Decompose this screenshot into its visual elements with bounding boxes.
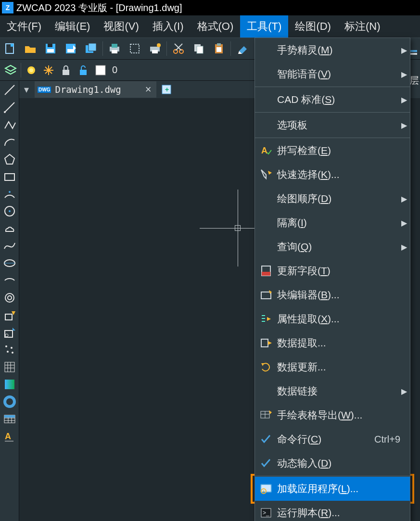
save-all-button[interactable] bbox=[81, 39, 101, 58]
menu-separator bbox=[255, 87, 410, 87]
paste-button[interactable] bbox=[209, 39, 229, 58]
copy-button[interactable] bbox=[189, 39, 208, 58]
layer-on-icon[interactable] bbox=[23, 62, 40, 79]
menu-item-3[interactable]: CAD 标准(S)▶ bbox=[255, 88, 410, 112]
svg-marker-80 bbox=[268, 171, 272, 175]
menu-3[interactable]: 插入(I) bbox=[146, 15, 191, 38]
svg-rect-83 bbox=[261, 292, 271, 299]
field-icon bbox=[255, 264, 277, 278]
print-button[interactable] bbox=[105, 39, 124, 58]
menu-item-1[interactable]: 智能语音(V)▶ bbox=[255, 62, 410, 86]
menu-item-14[interactable]: 属性提取(X)... bbox=[255, 307, 410, 331]
svg-rect-65 bbox=[5, 380, 14, 389]
check-icon bbox=[255, 457, 277, 470]
block-insert-tool[interactable] bbox=[1, 307, 18, 323]
open-file-button[interactable] bbox=[21, 39, 40, 58]
menu-item-8[interactable]: 快速选择(K)... bbox=[255, 163, 410, 187]
svg-rect-60 bbox=[5, 362, 14, 372]
ray-tool[interactable] bbox=[1, 99, 18, 115]
document-tab[interactable]: DWG Drawing1.dwg × bbox=[35, 81, 156, 98]
polyline-tool[interactable] bbox=[1, 116, 18, 133]
region-tool[interactable] bbox=[1, 394, 18, 410]
publish-button[interactable] bbox=[145, 39, 165, 58]
menu-item-7[interactable]: A拼写检查(E) bbox=[255, 139, 410, 163]
polygon-tool[interactable] bbox=[1, 151, 18, 167]
menu-item-13[interactable]: 块编辑器(B)... bbox=[255, 283, 410, 307]
text-tool[interactable]: A bbox=[1, 428, 18, 445]
svg-rect-77 bbox=[409, 50, 417, 52]
print-preview-button[interactable] bbox=[125, 39, 144, 58]
menu-2[interactable]: 视图(V) bbox=[97, 15, 145, 38]
crosshair-pickbox bbox=[235, 225, 241, 231]
menu-0[interactable]: 文件(F) bbox=[0, 15, 48, 38]
svg-rect-15 bbox=[152, 50, 158, 53]
ellipse-tool[interactable] bbox=[1, 255, 18, 271]
svg-point-16 bbox=[157, 43, 161, 47]
menu-1[interactable]: 编辑(E) bbox=[48, 15, 97, 38]
save-as-button[interactable] bbox=[61, 39, 80, 58]
gradient-tool[interactable] bbox=[1, 376, 18, 393]
menu-item-11[interactable]: 查询(Q)▶ bbox=[255, 235, 410, 259]
hatch-tool[interactable] bbox=[1, 359, 18, 375]
menu-item-0[interactable]: 手势精灵(M)▶ bbox=[255, 38, 410, 62]
menu-item-label: 查询(Q) bbox=[277, 240, 398, 254]
submenu-arrow-icon: ▶ bbox=[398, 121, 410, 130]
block-make-tool[interactable] bbox=[1, 324, 18, 341]
menu-5[interactable]: 工具(T) bbox=[240, 15, 288, 38]
menu-6[interactable]: 绘图(D) bbox=[288, 15, 338, 38]
menu-4[interactable]: 格式(O) bbox=[191, 15, 241, 38]
new-tab-button[interactable]: + bbox=[158, 81, 176, 98]
menu-item-19[interactable]: 命令行(C)Ctrl+9 bbox=[255, 427, 410, 451]
rectangle-tool[interactable] bbox=[1, 168, 18, 185]
arc-tool[interactable] bbox=[1, 134, 18, 150]
menu-item-12[interactable]: 更新字段(T) bbox=[255, 259, 410, 283]
menu-shortcut: Ctrl+9 bbox=[374, 434, 400, 445]
menu-item-15[interactable]: 数据提取... bbox=[255, 331, 410, 355]
table-tool[interactable] bbox=[1, 411, 18, 427]
menu-item-20[interactable]: 动态输入(D) bbox=[255, 451, 410, 475]
menu-item-16[interactable]: 数据更新... bbox=[255, 355, 410, 379]
spline-tool[interactable] bbox=[1, 238, 18, 254]
menu-item-22[interactable]: 加载应用程序(L)... bbox=[255, 477, 410, 501]
menu-item-label: 绘图顺序(D) bbox=[277, 192, 398, 205]
svg-point-46 bbox=[9, 210, 11, 212]
svg-point-58 bbox=[7, 351, 9, 353]
menu-item-label: 手绘表格导出(W)... bbox=[277, 408, 410, 422]
layer-unlock-icon[interactable] bbox=[75, 62, 92, 79]
close-tab-icon[interactable]: × bbox=[145, 83, 152, 96]
layer-color-swatch[interactable] bbox=[92, 62, 109, 79]
svg-point-66 bbox=[5, 397, 14, 407]
svg-point-59 bbox=[12, 352, 13, 354]
layer-freeze-icon[interactable] bbox=[40, 62, 57, 79]
svg-text:>_: >_ bbox=[263, 509, 269, 516]
menu-item-10[interactable]: 隔离(I)▶ bbox=[255, 211, 410, 235]
svg-text:A: A bbox=[261, 146, 267, 155]
menu-item-5[interactable]: 选项板▶ bbox=[255, 113, 410, 137]
menu-7[interactable]: 标注(N) bbox=[338, 15, 387, 38]
menu-item-9[interactable]: 绘图顺序(D)▶ bbox=[255, 187, 410, 211]
arc3p-tool[interactable] bbox=[1, 186, 18, 202]
menu-item-17[interactable]: 数据链接▶ bbox=[255, 379, 410, 403]
cut-button[interactable] bbox=[169, 39, 188, 58]
tab-scroll-left[interactable]: ▾ bbox=[19, 84, 34, 95]
eraser-button[interactable] bbox=[233, 39, 252, 58]
layer-manager-button[interactable] bbox=[2, 62, 19, 79]
revcloud-tool[interactable] bbox=[1, 220, 18, 237]
donut-tool[interactable] bbox=[1, 290, 18, 306]
ellipse-arc-tool[interactable] bbox=[1, 272, 18, 289]
circle-tool[interactable] bbox=[1, 203, 18, 219]
svg-rect-13 bbox=[130, 44, 139, 53]
new-file-button[interactable] bbox=[0, 39, 20, 58]
submenu-arrow-icon: ▶ bbox=[398, 387, 410, 396]
svg-rect-89 bbox=[261, 339, 268, 347]
layer-lock-icon[interactable] bbox=[57, 62, 75, 79]
menu-item-label: 拼写检查(E) bbox=[277, 144, 410, 157]
menu-item-18[interactable]: 手绘表格导出(W)... bbox=[255, 403, 410, 427]
menu-item-label: 运行脚本(R)... bbox=[277, 506, 410, 520]
menu-item-23[interactable]: >_运行脚本(R)... bbox=[255, 501, 410, 521]
menu-item-label: 隔离(I) bbox=[277, 216, 398, 229]
line-tool[interactable] bbox=[1, 82, 18, 98]
save-button[interactable] bbox=[41, 39, 60, 58]
point-tool[interactable] bbox=[1, 342, 18, 358]
svg-rect-37 bbox=[80, 70, 87, 75]
